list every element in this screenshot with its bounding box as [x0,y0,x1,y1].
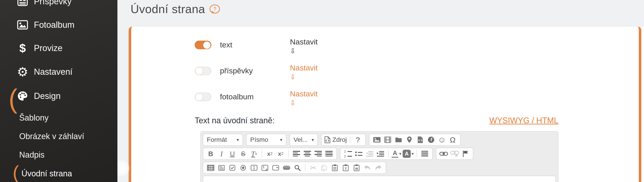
italic-button[interactable]: I [217,148,226,159]
map-pin-button[interactable] [405,134,414,145]
checkbox-button[interactable] [228,162,237,173]
unlink-button[interactable] [450,148,459,159]
bold-button[interactable]: B [206,148,216,159]
sidebar-item-nadpis[interactable]: Nadpis [0,147,118,163]
image-icon [373,136,381,143]
smiley-button[interactable]: ☺ [437,134,447,145]
bullet-list-button[interactable] [354,148,364,159]
superscript-button[interactable]: x2 [276,148,286,159]
find-button[interactable] [293,162,302,173]
page-header: Úvodní strana ? [130,2,220,16]
underline-button[interactable]: U [228,148,237,159]
editor-label: Text na úvodní straně: [195,116,274,125]
font-dropdown[interactable]: Písmo ▾ [246,134,286,146]
sidebar-item-label: Design [34,91,60,101]
link-icon [440,152,448,156]
button-field-button[interactable] [282,162,291,173]
wysiwyg-html-link[interactable]: WYSIWYG / HTML [489,116,558,125]
paste-button[interactable] [330,162,340,173]
remove-format-icon: T [251,150,255,158]
outdent-button[interactable] [365,148,374,159]
nastavit-link-prispevky[interactable]: Nastavit ⇩ [290,63,318,81]
editor-about-button[interactable]: ? [353,134,363,145]
film-icon [384,136,391,143]
align-center-button[interactable] [302,148,312,159]
align-right-button[interactable] [314,148,323,159]
bg-color-button[interactable]: A ▾ [402,148,414,159]
sidebar-item-provize[interactable]: $ Provize [0,40,118,56]
prispevky-toggle[interactable] [195,66,211,75]
paste-text-button[interactable]: T [341,162,350,173]
flash-icon: f [428,136,434,143]
svg-text:T: T [344,167,346,170]
table-button[interactable] [206,162,216,173]
copy-button[interactable] [319,162,329,173]
align-left-button[interactable] [292,148,301,159]
source-button[interactable]: Zdroj [324,134,347,145]
source-group: Zdroj ? [321,134,366,146]
undo-button[interactable] [363,162,372,173]
sidebar-item-fotoalbum[interactable]: Fotoalbum [0,17,118,33]
insert-video-button[interactable] [383,134,392,145]
sidebar-item-design[interactable]: Design [0,88,118,104]
fotoalbum-toggle[interactable] [195,92,211,101]
insert-image-button[interactable] [372,134,382,145]
toggle-row-text: text Nastavit ⇩ [195,37,558,54]
sidebar-item-prispevky[interactable]: Příspěvky [0,0,118,10]
form-button[interactable] [217,162,226,173]
sidebar-item-label: Obrázek v záhlaví [19,132,84,141]
strikethrough-button[interactable]: S [238,148,248,159]
question-icon: ? [356,136,360,144]
cut-button[interactable]: ✂ [308,162,318,173]
subscript-button[interactable]: x2 [265,148,274,159]
special-char-button[interactable]: Ω [448,134,458,145]
line-height-button[interactable] [420,148,430,159]
text-color-button[interactable]: A ▾ [392,148,401,159]
flash-button[interactable]: f [426,134,436,145]
search-icon [294,165,300,171]
link-button[interactable] [439,148,448,159]
format-dropdown[interactable]: Formát ▾ [203,134,243,146]
help-icon[interactable]: ? [210,4,220,14]
toggle-label: text [220,40,232,49]
text-field-button[interactable] [249,162,259,173]
dropdown-label: Písmo [250,136,268,144]
paste-icon [332,164,338,171]
toggle-knob [203,41,211,49]
sidebar-item-obrazek-v-zahlavi[interactable]: Obrázek v záhlaví [0,128,118,144]
ordered-list-icon: 1 2 [344,150,352,158]
remove-format-button[interactable]: Tx [249,148,259,159]
sidebar: Příspěvky Fotoalbum $ Provize ⚙ Nastaven… [0,0,118,182]
align-justify-button[interactable] [324,148,334,159]
subscript-icon: x [267,151,270,157]
toggle-label: příspěvky [220,66,253,75]
paste-word-button[interactable]: W [352,162,361,173]
page-right-gutter [641,27,644,182]
redo-button[interactable] [374,162,383,173]
anchor-button[interactable] [461,148,470,159]
superscript-icon: x [278,151,281,157]
editor-content-area[interactable] [203,176,556,182]
outdent-icon [366,151,373,157]
text-toggle[interactable] [195,41,211,49]
help-question-glyph: ? [214,6,216,12]
active-bracket-icon: ( [13,163,19,182]
file-manager-button[interactable] [394,134,403,145]
indent-button[interactable] [376,148,385,159]
chevron-down-icon: ▾ [412,151,414,156]
sidebar-item-sablony[interactable]: Šablony [0,110,118,126]
size-dropdown[interactable]: Vel... ▾ [290,134,318,146]
radio-button[interactable] [238,162,248,173]
underline-icon: U [230,150,235,157]
sidebar-item-nastaveni[interactable]: ⚙ Nastavení [0,64,118,80]
nastavit-label: Nastavit [290,89,318,98]
insert-template-button[interactable] [416,134,425,145]
align-right-icon [314,151,322,157]
textarea-button[interactable] [260,162,270,173]
button-field-icon [283,166,290,170]
nastavit-link-fotoalbum[interactable]: Nastavit ⇩ [290,89,318,107]
active-bracket-icon: ( [8,85,18,112]
nastavit-link-text[interactable]: Nastavit ⇩ [290,37,318,55]
select-field-button[interactable] [271,162,280,173]
ordered-list-button[interactable]: 1 2 [343,148,353,159]
